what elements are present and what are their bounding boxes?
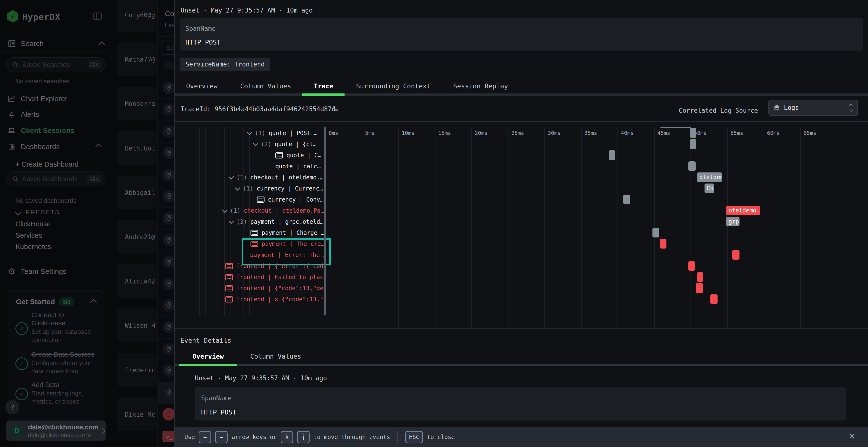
axis-tick-label: 40ms: [621, 130, 633, 136]
hint-text: to move through events: [313, 434, 390, 441]
gridline: [471, 127, 472, 328]
span-name-card: SpanName HTTP POST: [195, 387, 846, 420]
span-row-label: payment | The cre…: [261, 241, 324, 247]
span-name-label: SpanName: [201, 394, 231, 402]
service-name-chip[interactable]: ServiceName: frontend: [180, 58, 270, 71]
divider: [397, 431, 398, 443]
tab-strip: [175, 94, 868, 96]
span-bar[interactable]: [732, 250, 740, 260]
timeline-scroll-indicator[interactable]: [660, 127, 691, 128]
gridline: [690, 127, 691, 328]
span-bar[interactable]: oteldemo.: [697, 172, 722, 182]
correlated-log-source-label: Correlated Log Source: [679, 107, 758, 114]
tab-overview[interactable]: Overview: [179, 348, 237, 365]
key-hint-k: k: [281, 431, 293, 443]
chevron-down-icon[interactable]: [228, 174, 234, 180]
key-hint-→: →: [215, 431, 227, 443]
log-source-value: Logs: [784, 104, 799, 111]
span-row[interactable]: payment | The cre…: [175, 238, 326, 249]
close-icon[interactable]: ×: [849, 429, 855, 442]
span-row[interactable]: frontend | × {"code":13,"d…: [175, 294, 326, 305]
span-name-card: SpanName HTTP POST: [180, 18, 863, 50]
span-row[interactable]: (2)quote | {cl…: [175, 139, 326, 150]
span-bar[interactable]: [690, 139, 696, 149]
span-bar[interactable]: [609, 150, 615, 160]
child-count: (1): [230, 207, 240, 214]
tab-column-values[interactable]: Column Values: [237, 348, 314, 365]
span-row[interactable]: payment | Charge …: [175, 227, 326, 238]
trace-side-panel: Unset · May 27 9:35:57 AM · 10m ago Span…: [174, 0, 868, 447]
hyperdx-app: ⚡ HyperDX Search Saved Searches ⌘K No sa…: [0, 0, 868, 447]
chevron-down-icon[interactable]: [247, 130, 252, 135]
key-hint-esc: ESC: [405, 431, 423, 443]
log-event-icon: [275, 152, 283, 159]
span-row-label: payment | grpc.oteld…: [250, 218, 323, 225]
span-bar[interactable]: [660, 239, 666, 248]
child-count: (1): [243, 185, 253, 192]
span-row[interactable]: (1)quote | POST …: [175, 128, 326, 139]
chevron-down-icon[interactable]: [235, 185, 240, 191]
pencil-icon[interactable]: ✎: [332, 104, 339, 114]
span-row-label: frontend | {"code":13,"det…: [236, 285, 326, 291]
span-bar[interactable]: [697, 272, 703, 282]
child-count: (1): [255, 130, 265, 137]
gridline: [581, 127, 582, 328]
span-bar[interactable]: [688, 261, 695, 271]
span-bar[interactable]: [710, 294, 717, 304]
tab-column-values[interactable]: Column Values: [229, 77, 302, 94]
log-event-icon: [257, 197, 265, 203]
tab-overview[interactable]: Overview: [175, 77, 229, 94]
span-bar[interactable]: [652, 228, 659, 238]
span-row[interactable]: (1)currency | Currenc…: [175, 183, 326, 194]
span-row[interactable]: frontend | {"error":{"code…: [175, 261, 326, 272]
tab-session-replay[interactable]: Session Replay: [442, 77, 520, 94]
tab-trace[interactable]: Trace: [302, 77, 345, 94]
gridline: [618, 127, 618, 328]
event-details-title: Event Details: [180, 337, 231, 344]
axis-tick-label: 10ms: [402, 130, 414, 136]
span-bar[interactable]: Co: [705, 183, 714, 193]
span-bar[interactable]: oteldemo.: [726, 206, 760, 215]
active-tab-underline: [179, 364, 237, 366]
span-bar[interactable]: [695, 283, 703, 293]
span-bar[interactable]: grpc: [726, 217, 740, 227]
child-count: (1): [237, 174, 247, 181]
gridline: [727, 127, 728, 328]
axis-tick-label: 5ms: [365, 130, 375, 136]
tab-surrounding-context[interactable]: Surrounding Context: [345, 77, 442, 94]
span-row[interactable]: (3)payment | grpc.oteld…: [175, 216, 326, 227]
log-source-select[interactable]: Logs: [768, 100, 858, 115]
span-row-label: frontend | × {"code":13,"d…: [236, 296, 326, 303]
chevron-down-icon[interactable]: [253, 141, 258, 146]
chevron-down-icon[interactable]: [222, 207, 227, 213]
active-tab-underline: [302, 94, 345, 96]
span-row[interactable]: quote | C…: [175, 150, 326, 161]
span-row-label: currency | Currenc…: [256, 185, 323, 192]
hint-text: to close: [427, 434, 455, 441]
key-hint-j: j: [297, 431, 310, 443]
axis-tick-label: 0ms: [329, 130, 338, 136]
axis-tick-label: 25ms: [512, 130, 524, 136]
span-row[interactable]: quote | calc…: [175, 161, 326, 172]
child-count: (3): [237, 218, 247, 225]
gridline: [837, 127, 837, 328]
span-bar[interactable]: [688, 161, 695, 171]
log-event-icon: [225, 285, 233, 291]
chevron-down-icon[interactable]: [228, 218, 234, 224]
span-row[interactable]: payment | Error: The …: [175, 249, 326, 261]
span-bar[interactable]: [623, 195, 630, 204]
span-row[interactable]: frontend | Failed to place…: [175, 272, 326, 283]
span-row[interactable]: (1)checkout | oteldemo.…: [175, 172, 326, 183]
axis-tick-label: 30ms: [548, 130, 561, 136]
span-row[interactable]: frontend | {"code":13,"det…: [175, 283, 326, 294]
span-name-value: HTTP POST: [201, 409, 236, 416]
keyboard-hints-bar: Use←→arrow keys orkjto move through even…: [175, 427, 868, 447]
database-icon: [774, 105, 780, 111]
span-bar[interactable]: [690, 128, 696, 138]
axis-tick-label: 60ms: [767, 130, 780, 136]
axis-tick-label: 15ms: [438, 130, 451, 136]
modal-backdrop[interactable]: [0, 0, 174, 447]
tree-scrollbar[interactable]: [324, 127, 326, 315]
span-row[interactable]: (1)checkout | oteldemo.Pa…: [175, 205, 326, 216]
span-row[interactable]: currency | Conv…: [175, 194, 326, 205]
